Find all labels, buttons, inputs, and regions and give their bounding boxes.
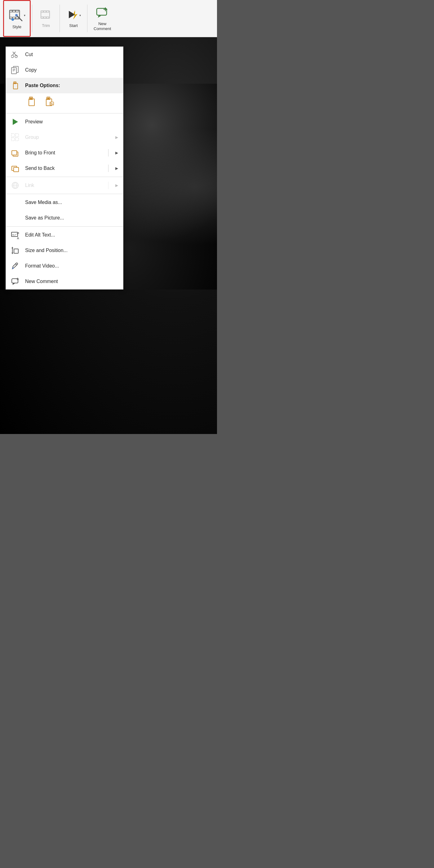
preview-label: Preview [25, 119, 118, 125]
svg-point-9 [11, 18, 14, 21]
toolbar-trim-button[interactable]: Trim [33, 0, 58, 37]
menu-item-link[interactable]: Link ▶ [6, 178, 123, 193]
menu-item-new-comment[interactable]: New Comment [6, 274, 123, 289]
svg-marker-64 [11, 247, 13, 248]
svg-text:ALT: ALT [12, 234, 17, 236]
menu-item-paste-options[interactable]: Paste Options: [6, 78, 123, 93]
group-icon [11, 133, 20, 142]
format-video-icon [11, 261, 20, 270]
menu-item-size-position[interactable]: Size and Position... [6, 243, 123, 258]
svg-rect-12 [44, 11, 46, 12]
svg-point-8 [15, 14, 18, 17]
trim-label: Trim [42, 23, 50, 28]
menu-item-format-video[interactable]: Format Video... [6, 258, 123, 274]
svg-rect-48 [16, 137, 19, 141]
svg-rect-66 [14, 249, 18, 253]
send-back-divider [108, 165, 108, 172]
send-to-back-label: Send to Back [25, 165, 101, 171]
new-comment-icon-area [95, 6, 109, 20]
svg-rect-29 [13, 69, 15, 69]
cut-label: Cut [25, 52, 118, 57]
group-label: Group [25, 134, 110, 140]
svg-rect-30 [13, 70, 15, 70]
save-media-label: Save Media as... [25, 199, 118, 205]
new-comment-menu-icon [11, 277, 20, 286]
svg-rect-15 [44, 17, 46, 18]
menu-item-edit-alt-text[interactable]: ALT Edit Alt Text... [6, 227, 123, 243]
toolbar: ▾ Style Trim [0, 0, 217, 37]
divider-after-link [6, 194, 123, 194]
link-submenu-arrow: ▶ [115, 183, 118, 188]
svg-rect-31 [13, 71, 14, 71]
menu-item-send-to-back[interactable]: Send to Back ▶ [6, 161, 123, 176]
context-menu: Cut Copy [6, 46, 123, 289]
divider-after-send-back [6, 177, 123, 177]
toolbar-divider-2 [60, 5, 60, 32]
menu-item-save-picture[interactable]: Save as Picture... [6, 210, 123, 226]
cut-icon [11, 50, 20, 59]
menu-item-bring-to-front[interactable]: Bring to Front ▶ [6, 145, 123, 161]
menu-item-cut[interactable]: Cut [6, 47, 123, 62]
toolbar-start-button[interactable]: ▾ Start [61, 0, 86, 37]
start-dropdown-arrow: ▾ [80, 13, 81, 17]
paste-plain-button[interactable] [25, 95, 39, 109]
start-icon-area: ▾ [66, 9, 81, 21]
svg-rect-47 [11, 137, 14, 141]
svg-rect-13 [46, 11, 49, 12]
paste-icon [11, 81, 20, 90]
svg-marker-44 [13, 119, 18, 125]
size-position-label: Size and Position... [25, 248, 118, 253]
divider-after-paste [6, 113, 123, 114]
svg-rect-69 [12, 279, 18, 283]
svg-rect-52 [13, 167, 19, 172]
svg-rect-46 [16, 134, 19, 137]
style-icon-area: ▾ [8, 8, 25, 23]
svg-marker-65 [11, 253, 13, 254]
svg-rect-11 [41, 11, 43, 12]
menu-item-preview[interactable]: Preview [6, 114, 123, 130]
new-comment-label: NewComment [94, 21, 111, 31]
link-label: Link [25, 183, 101, 188]
preview-icon [11, 118, 20, 126]
paste-icons-row [6, 93, 123, 113]
toolbar-style-button[interactable]: ▾ Style [3, 0, 31, 37]
alt-text-icon: ALT [11, 230, 20, 239]
group-submenu-arrow: ▶ [115, 135, 118, 140]
send-back-icon [11, 164, 20, 173]
toolbar-new-comment-button[interactable]: NewComment [89, 0, 116, 37]
svg-rect-0 [10, 10, 20, 19]
divider-after-save [6, 226, 123, 227]
menu-item-group[interactable]: Group ▶ [6, 130, 123, 145]
bring-to-front-label: Bring to Front [25, 150, 101, 156]
svg-rect-50 [12, 151, 17, 155]
style-label: Style [12, 25, 21, 29]
svg-point-25 [11, 55, 13, 58]
copy-label: Copy [25, 67, 118, 73]
svg-rect-10 [41, 11, 50, 18]
style-icon [8, 8, 23, 23]
paste-options-label: Paste Options: [25, 83, 118, 88]
edit-alt-text-label: Edit Alt Text... [25, 232, 118, 238]
menu-item-copy[interactable]: Copy [6, 62, 123, 78]
style-dropdown-arrow: ▾ [24, 13, 25, 17]
start-icon [66, 9, 79, 21]
svg-rect-45 [11, 134, 14, 137]
bring-front-icon [11, 149, 20, 157]
bring-front-divider [108, 149, 108, 157]
paste-with-image-button[interactable] [43, 95, 57, 109]
link-divider [108, 182, 108, 189]
bring-front-submenu-arrow: ▶ [115, 151, 118, 155]
save-media-icon [11, 198, 20, 207]
svg-rect-37 [30, 98, 32, 99]
svg-rect-16 [46, 17, 49, 18]
svg-rect-32 [13, 83, 18, 89]
toolbar-divider-1 [32, 5, 32, 32]
svg-rect-34 [14, 83, 16, 83]
trim-icon [40, 9, 52, 21]
format-video-label: Format Video... [25, 263, 118, 269]
new-comment-menu-label: New Comment [25, 279, 118, 284]
slide-area: Cut Copy [0, 46, 217, 289]
size-pos-icon [11, 246, 20, 255]
menu-item-save-media[interactable]: Save Media as... [6, 195, 123, 210]
svg-point-43 [51, 103, 52, 103]
